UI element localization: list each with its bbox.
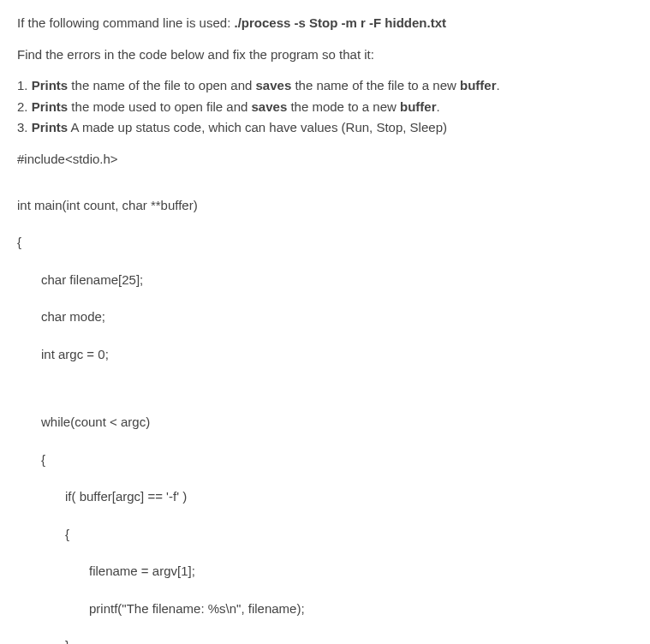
requirements-list: 1. Prints the name of the file to open a… <box>17 76 633 138</box>
code-line: char filename[25]; <box>17 271 633 289</box>
requirement-1: 1. Prints the name of the file to open a… <box>17 76 633 96</box>
code-line: char mode; <box>17 307 633 326</box>
code-block: int main(int count, char **buffer) { cha… <box>17 177 633 644</box>
requirement-3: 3. Prints A made up status code, which c… <box>17 118 633 138</box>
code-line: { <box>17 233 633 252</box>
code-line: int argc = 0; <box>17 345 633 364</box>
requirement-2: 2. Prints the mode used to open file and… <box>17 98 633 117</box>
intro-command: ./process -s Stop -m r -F hidden.txt <box>234 15 446 30</box>
intro-line: If the following command line is used: .… <box>17 14 633 33</box>
intro-prefix: If the following command line is used: <box>17 15 234 30</box>
instruction-line: Find the errors in the code below and fi… <box>17 45 633 65</box>
code-line: { <box>17 525 633 544</box>
code-line: { <box>17 450 633 469</box>
include-line: #include<stdio.h> <box>17 150 633 170</box>
code-line: int main(int count, char **buffer) <box>17 196 633 215</box>
code-line: filename = argv[1]; <box>17 562 633 581</box>
code-line: while(count < argc) <box>17 413 633 432</box>
code-line: printf("The filename: %s\n", filename); <box>17 599 633 618</box>
code-line: } <box>17 636 633 644</box>
code-line: if( buffer[argc] == '-f' ) <box>17 487 633 506</box>
code-blank <box>17 382 633 394</box>
